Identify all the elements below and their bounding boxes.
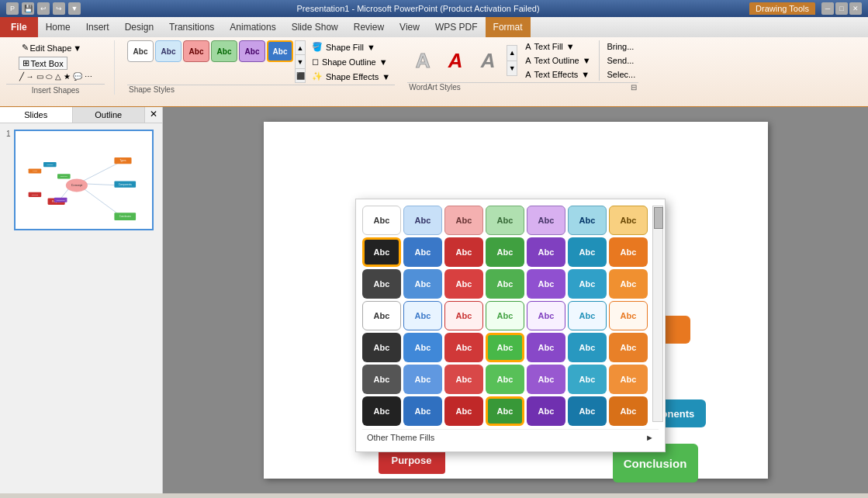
dropdown-cell-r4c4[interactable]: Abc — [486, 301, 524, 330]
animations-menu[interactable]: Animations — [222, 17, 283, 37]
shape-rect-icon[interactable]: ▭ — [36, 71, 44, 82]
design-menu[interactable]: Design — [117, 17, 161, 37]
shape-style-3[interactable]: Abc — [183, 40, 209, 62]
dropdown-cell-r6c2[interactable]: Abc — [403, 365, 442, 394]
review-menu[interactable]: Review — [346, 17, 392, 37]
dropdown-cell-r3c1[interactable]: Abc — [362, 269, 401, 299]
dropdown-cell-r5c5[interactable]: Abc — [527, 333, 565, 362]
shape-outline-dropdown[interactable]: ▼ — [379, 57, 388, 67]
shape-fill-dropdown[interactable]: ▼ — [367, 43, 375, 52]
dropdown-scroll-thumb[interactable] — [654, 207, 663, 229]
dropdown-cell-r2c7[interactable]: Abc — [609, 237, 648, 267]
shape-style-2[interactable]: Abc — [155, 40, 182, 62]
dropdown-cell-r5c7[interactable]: Abc — [609, 333, 648, 362]
dropdown-cell-r6c5[interactable]: Abc — [527, 365, 565, 394]
dropdown-cell-r1c6[interactable]: Abc — [568, 206, 607, 235]
wordart-style-1[interactable]: A — [407, 45, 438, 76]
panel-close-button[interactable]: ✕ — [145, 107, 162, 123]
select-button[interactable]: Selec... — [604, 68, 639, 81]
shape-callout-icon[interactable]: 💬 — [72, 71, 83, 82]
textbox-button[interactable]: ⊞ Text Box — [19, 57, 67, 70]
dropdown-cell-r2c4[interactable]: Abc — [486, 237, 524, 267]
dropdown-cell-r7c6[interactable]: Abc — [568, 396, 607, 426]
dropdown-cell-r6c6[interactable]: Abc — [568, 365, 607, 394]
dropdown-cell-r2c5[interactable]: Abc — [527, 237, 565, 267]
dropdown-cell-r4c1[interactable]: Abc — [362, 301, 401, 330]
style-expand[interactable]: ⬛ — [296, 69, 305, 82]
dropdown-cell-r5c3[interactable]: Abc — [444, 333, 483, 362]
dropdown-cell-r1c2[interactable]: Abc — [403, 206, 442, 235]
dropdown-cell-r1c3[interactable]: Abc — [444, 206, 483, 235]
dropdown-cell-r3c7[interactable]: Abc — [609, 269, 648, 299]
text-effects-dropdown[interactable]: ▼ — [581, 70, 590, 79]
send-backward-button[interactable]: Send... — [604, 54, 639, 67]
minimize-button[interactable]: ─ — [821, 2, 834, 15]
shape-more-icon[interactable]: ⋯ — [84, 71, 93, 82]
dropdown-cell-r7c2[interactable]: Abc — [403, 396, 442, 426]
dropdown-cell-r3c2[interactable]: Abc — [403, 269, 442, 299]
dropdown-cell-r5c1[interactable]: Abc — [362, 333, 401, 362]
dropdown-cell-r3c6[interactable]: Abc — [568, 269, 607, 299]
shape-style-1[interactable]: Abc — [127, 40, 154, 62]
bring-forward-button[interactable]: Bring... — [604, 40, 639, 53]
dropdown-cell-r6c3[interactable]: Abc — [444, 365, 483, 394]
dropdown-cell-r1c7[interactable]: Abc — [609, 206, 648, 235]
dropdown-cell-r6c1[interactable]: Abc — [362, 365, 401, 394]
shape-style-5[interactable]: Abc — [239, 40, 265, 62]
dropdown-cell-r2c6[interactable]: Abc — [568, 237, 607, 267]
dropdown-cell-r6c7[interactable]: Abc — [609, 365, 648, 394]
dropdown-cell-r7c1[interactable]: Abc — [362, 396, 401, 426]
wordart-scroll-up[interactable]: ▲ — [507, 46, 517, 61]
dropdown-cell-r1c1[interactable]: Abc — [362, 206, 401, 235]
style-scroll-down[interactable]: ▼ — [296, 55, 305, 69]
dropdown-cell-r3c3[interactable]: Abc — [444, 269, 483, 299]
dropdown-cell-r4c7[interactable]: Abc — [609, 301, 648, 330]
shape-effects-dropdown[interactable]: ▼ — [382, 72, 390, 81]
shape-triangle-icon[interactable]: △ — [54, 71, 62, 82]
edit-shape-button[interactable]: ✎ Edit Shape ▼ — [19, 42, 85, 54]
text-fill-dropdown[interactable]: ▼ — [566, 42, 575, 51]
dropdown-cell-r1c5[interactable]: Abc — [527, 206, 565, 235]
dropdown-cell-r7c3[interactable]: Abc — [444, 396, 483, 426]
shape-fill-button[interactable]: 🪣 Shape Fill ▼ — [307, 40, 395, 54]
save-icon[interactable]: 💾 — [22, 2, 34, 15]
shape-arrow-icon[interactable]: → — [26, 71, 35, 82]
slides-tab[interactable]: Slides — [0, 107, 73, 123]
dropdown-cell-r4c6[interactable]: Abc — [568, 301, 607, 330]
wordart-scroll-down[interactable]: ▼ — [507, 61, 517, 76]
dropdown-cell-r7c7[interactable]: Abc — [609, 396, 648, 426]
dropdown-cell-r7c4[interactable]: Abc — [486, 396, 524, 426]
dropdown-cell-r5c2[interactable]: Abc — [403, 333, 442, 362]
other-theme-fills-button[interactable]: Other Theme Fills ► — [362, 429, 659, 445]
slideshow-menu[interactable]: Slide Show — [284, 17, 346, 37]
shape-effects-button[interactable]: ✨ Shape Effects ▼ — [307, 70, 395, 83]
shape-style-4[interactable]: Abc — [211, 40, 237, 62]
file-menu[interactable]: File — [0, 17, 38, 37]
style-scroll-up[interactable]: ▲ — [296, 41, 305, 55]
outline-tab[interactable]: Outline — [73, 107, 146, 123]
dropdown-scrollbar[interactable] — [652, 206, 663, 422]
undo-icon[interactable]: ↩ — [37, 2, 50, 15]
dropdown-cell-r6c4[interactable]: Abc — [486, 365, 524, 394]
insert-menu[interactable]: Insert — [78, 17, 117, 37]
format-menu[interactable]: Format — [486, 17, 531, 37]
text-outline-button[interactable]: A Text Outline ▼ — [520, 54, 595, 67]
shape-oval-icon[interactable]: ⬭ — [45, 71, 54, 82]
shape-star-icon[interactable]: ★ — [63, 71, 71, 82]
dropdown-cell-r2c2[interactable]: Abc — [403, 237, 442, 267]
text-outline-dropdown[interactable]: ▼ — [583, 56, 591, 65]
wordart-style-2[interactable]: A — [440, 45, 471, 76]
text-effects-button[interactable]: A Text Effects ▼ — [520, 68, 595, 81]
dropdown-cell-r4c5[interactable]: Abc — [527, 301, 565, 330]
dropdown-cell-r4c2[interactable]: Abc — [403, 301, 442, 330]
shape-styles-dropdown[interactable]: Abc Abc Abc Abc Abc Abc Abc Abc Abc Abc … — [355, 199, 666, 452]
dropdown-cell-r5c6[interactable]: Abc — [568, 333, 607, 362]
dropdown-cell-r3c5[interactable]: Abc — [527, 269, 565, 299]
shape-outline-button[interactable]: ◻ Shape Outline ▼ — [307, 55, 395, 68]
dropdown-cell-r7c5[interactable]: Abc — [527, 396, 565, 426]
dropdown-cell-r2c3[interactable]: Abc — [444, 237, 483, 267]
wordart-style-3[interactable]: A — [472, 45, 503, 76]
shape-style-6[interactable]: Abc — [267, 40, 293, 62]
dropdown-cell-r5c4[interactable]: Abc — [486, 333, 524, 362]
view-menu[interactable]: View — [392, 17, 427, 37]
